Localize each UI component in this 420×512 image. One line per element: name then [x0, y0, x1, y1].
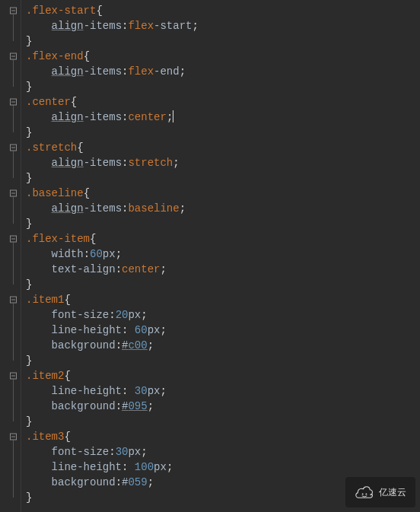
- fold-toggle-icon[interactable]: [10, 145, 17, 151]
- fold-toggle-icon[interactable]: [10, 53, 17, 60]
- code-line[interactable]: .center{: [26, 94, 420, 110]
- code-line[interactable]: line-height: 100px;: [26, 460, 420, 475]
- code-line[interactable]: }: [26, 414, 420, 429]
- svg-point-1: [365, 493, 367, 495]
- fold-gutter: [0, 0, 21, 512]
- code-line[interactable]: align-items:stretch;: [26, 155, 420, 170]
- code-editor[interactable]: .flex-start{ align-items:flex-start;}.fl…: [0, 0, 420, 512]
- code-line[interactable]: font-size:20px;: [26, 307, 420, 323]
- code-line[interactable]: }: [26, 170, 420, 186]
- code-line[interactable]: line-height: 60px;: [26, 323, 420, 338]
- watermark-badge: 亿速云: [345, 477, 415, 507]
- code-line[interactable]: .item3{: [26, 429, 420, 444]
- code-line[interactable]: }: [26, 79, 420, 94]
- code-line[interactable]: .flex-item{: [26, 231, 420, 246]
- code-line[interactable]: align-items:center;: [26, 110, 420, 125]
- code-area[interactable]: .flex-start{ align-items:flex-start;}.fl…: [21, 0, 420, 512]
- fold-toggle-icon[interactable]: [10, 373, 17, 380]
- code-line[interactable]: font-size:30px;: [26, 444, 420, 460]
- code-line[interactable]: }: [26, 125, 420, 140]
- code-line[interactable]: .stretch{: [26, 140, 420, 155]
- code-line[interactable]: .flex-end{: [26, 49, 420, 64]
- fold-toggle-icon[interactable]: [10, 8, 17, 14]
- code-line[interactable]: width:60px;: [26, 246, 420, 262]
- code-line[interactable]: background:#095;: [26, 399, 420, 414]
- svg-point-0: [362, 493, 364, 495]
- code-line[interactable]: .flex-start{: [26, 3, 420, 18]
- code-line[interactable]: align-items:flex-start;: [26, 18, 420, 33]
- code-line[interactable]: align-items:baseline;: [26, 201, 420, 216]
- code-line[interactable]: align-items:flex-end;: [26, 64, 420, 79]
- code-line[interactable]: background:#c00;: [26, 338, 420, 353]
- code-line[interactable]: }: [26, 353, 420, 368]
- code-line[interactable]: .item2{: [26, 368, 420, 383]
- code-line[interactable]: text-align:center;: [26, 262, 420, 277]
- cloud-icon: [355, 486, 374, 498]
- fold-toggle-icon[interactable]: [10, 190, 17, 197]
- code-line[interactable]: line-height: 30px;: [26, 383, 420, 399]
- fold-toggle-icon[interactable]: [10, 236, 17, 243]
- code-line[interactable]: .item1{: [26, 292, 420, 307]
- code-line[interactable]: }: [26, 277, 420, 292]
- fold-toggle-icon[interactable]: [10, 297, 17, 304]
- code-line[interactable]: }: [26, 216, 420, 231]
- fold-toggle-icon[interactable]: [10, 99, 17, 106]
- text-cursor: [173, 110, 173, 122]
- code-line[interactable]: }: [26, 33, 420, 49]
- watermark-text: 亿速云: [379, 485, 406, 500]
- code-line[interactable]: .baseline{: [26, 186, 420, 201]
- fold-toggle-icon[interactable]: [10, 434, 17, 440]
